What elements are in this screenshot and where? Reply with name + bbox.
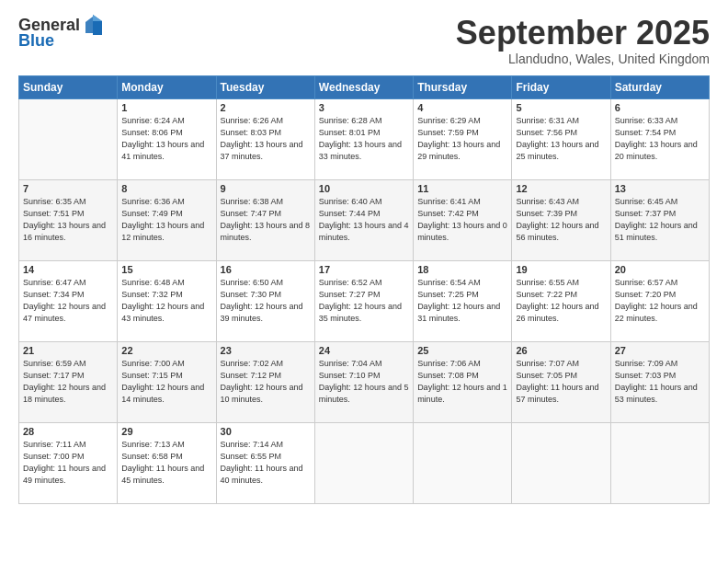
day-number: 19 (516, 264, 606, 275)
location: Llandudno, Wales, United Kingdom (456, 52, 710, 66)
day-info: Sunrise: 6:57 AM Sunset: 7:20 PM Dayligh… (615, 277, 705, 325)
day-number: 8 (121, 183, 211, 194)
day-info: Sunrise: 6:47 AM Sunset: 7:34 PM Dayligh… (23, 277, 113, 325)
col-sunday: Sunday (19, 75, 118, 98)
calendar-week-row: 14Sunrise: 6:47 AM Sunset: 7:34 PM Dayli… (19, 260, 710, 341)
title-section: September 2025 Llandudno, Wales, United … (456, 15, 710, 66)
logo-blue: Blue (18, 31, 54, 51)
table-row: 1Sunrise: 6:24 AM Sunset: 8:06 PM Daylig… (118, 98, 216, 179)
calendar-week-row: 21Sunrise: 6:59 AM Sunset: 7:17 PM Dayli… (19, 341, 710, 422)
table-row: 24Sunrise: 7:04 AM Sunset: 7:10 PM Dayli… (314, 341, 413, 422)
table-row (19, 98, 118, 179)
day-info: Sunrise: 7:13 AM Sunset: 6:58 PM Dayligh… (121, 439, 211, 487)
col-saturday: Saturday (610, 75, 709, 98)
day-info: Sunrise: 6:48 AM Sunset: 7:32 PM Dayligh… (121, 277, 211, 325)
day-info: Sunrise: 6:31 AM Sunset: 7:56 PM Dayligh… (516, 115, 606, 163)
day-number: 3 (319, 102, 409, 113)
table-row: 29Sunrise: 7:13 AM Sunset: 6:58 PM Dayli… (118, 422, 216, 503)
table-row: 15Sunrise: 6:48 AM Sunset: 7:32 PM Dayli… (118, 260, 216, 341)
calendar-week-row: 7Sunrise: 6:35 AM Sunset: 7:51 PM Daylig… (19, 179, 710, 260)
col-thursday: Thursday (414, 75, 512, 98)
day-info: Sunrise: 7:02 AM Sunset: 7:12 PM Dayligh… (221, 358, 311, 406)
table-row (610, 422, 709, 503)
table-row: 14Sunrise: 6:47 AM Sunset: 7:34 PM Dayli… (19, 260, 118, 341)
day-number: 6 (615, 102, 705, 113)
table-row: 27Sunrise: 7:09 AM Sunset: 7:03 PM Dayli… (610, 341, 709, 422)
day-info: Sunrise: 6:41 AM Sunset: 7:42 PM Dayligh… (417, 196, 507, 244)
day-number: 28 (23, 426, 113, 437)
table-row: 12Sunrise: 6:43 AM Sunset: 7:39 PM Dayli… (512, 179, 610, 260)
day-number: 7 (23, 183, 113, 194)
day-number: 18 (417, 264, 507, 275)
day-info: Sunrise: 7:07 AM Sunset: 7:05 PM Dayligh… (516, 358, 606, 406)
day-info: Sunrise: 7:09 AM Sunset: 7:03 PM Dayligh… (615, 358, 705, 406)
table-row: 18Sunrise: 6:54 AM Sunset: 7:25 PM Dayli… (414, 260, 512, 341)
day-number: 23 (221, 345, 311, 356)
day-info: Sunrise: 7:06 AM Sunset: 7:08 PM Dayligh… (417, 358, 507, 406)
day-number: 20 (615, 264, 705, 275)
header: General Blue September 2025 Llandudno, W… (18, 15, 710, 66)
day-number: 10 (319, 183, 409, 194)
day-number: 29 (121, 426, 211, 437)
table-row: 13Sunrise: 6:45 AM Sunset: 7:37 PM Dayli… (610, 179, 709, 260)
day-info: Sunrise: 6:45 AM Sunset: 7:37 PM Dayligh… (615, 196, 705, 244)
calendar-week-row: 1Sunrise: 6:24 AM Sunset: 8:06 PM Daylig… (19, 98, 710, 179)
day-number: 17 (319, 264, 409, 275)
col-wednesday: Wednesday (314, 75, 413, 98)
page: General Blue September 2025 Llandudno, W… (0, 0, 728, 563)
table-row: 23Sunrise: 7:02 AM Sunset: 7:12 PM Dayli… (216, 341, 314, 422)
day-info: Sunrise: 6:33 AM Sunset: 7:54 PM Dayligh… (615, 115, 705, 163)
day-info: Sunrise: 7:11 AM Sunset: 7:00 PM Dayligh… (23, 439, 113, 487)
day-info: Sunrise: 6:55 AM Sunset: 7:22 PM Dayligh… (516, 277, 606, 325)
table-row: 19Sunrise: 6:55 AM Sunset: 7:22 PM Dayli… (512, 260, 610, 341)
day-number: 24 (319, 345, 409, 356)
day-info: Sunrise: 6:43 AM Sunset: 7:39 PM Dayligh… (516, 196, 606, 244)
day-number: 26 (516, 345, 606, 356)
day-number: 2 (221, 102, 311, 113)
day-info: Sunrise: 7:14 AM Sunset: 6:55 PM Dayligh… (221, 439, 311, 487)
table-row: 3Sunrise: 6:28 AM Sunset: 8:01 PM Daylig… (314, 98, 413, 179)
day-info: Sunrise: 6:38 AM Sunset: 7:47 PM Dayligh… (221, 196, 311, 244)
table-row: 16Sunrise: 6:50 AM Sunset: 7:30 PM Dayli… (216, 260, 314, 341)
day-info: Sunrise: 6:52 AM Sunset: 7:27 PM Dayligh… (319, 277, 409, 325)
day-info: Sunrise: 7:00 AM Sunset: 7:15 PM Dayligh… (121, 358, 211, 406)
table-row (414, 422, 512, 503)
table-row: 21Sunrise: 6:59 AM Sunset: 7:17 PM Dayli… (19, 341, 118, 422)
table-row: 20Sunrise: 6:57 AM Sunset: 7:20 PM Dayli… (610, 260, 709, 341)
day-info: Sunrise: 6:26 AM Sunset: 8:03 PM Dayligh… (221, 115, 311, 163)
logo-icon (84, 15, 102, 35)
day-number: 16 (221, 264, 311, 275)
table-row (314, 422, 413, 503)
logo: General Blue (18, 15, 102, 51)
day-info: Sunrise: 6:35 AM Sunset: 7:51 PM Dayligh… (23, 196, 113, 244)
day-info: Sunrise: 6:28 AM Sunset: 8:01 PM Dayligh… (319, 115, 409, 163)
table-row: 11Sunrise: 6:41 AM Sunset: 7:42 PM Dayli… (414, 179, 512, 260)
calendar-week-row: 28Sunrise: 7:11 AM Sunset: 7:00 PM Dayli… (19, 422, 710, 503)
day-info: Sunrise: 7:04 AM Sunset: 7:10 PM Dayligh… (319, 358, 409, 406)
table-row: 6Sunrise: 6:33 AM Sunset: 7:54 PM Daylig… (610, 98, 709, 179)
day-number: 5 (516, 102, 606, 113)
day-number: 15 (121, 264, 211, 275)
table-row: 10Sunrise: 6:40 AM Sunset: 7:44 PM Dayli… (314, 179, 413, 260)
table-row (512, 422, 610, 503)
day-number: 1 (121, 102, 211, 113)
day-info: Sunrise: 6:36 AM Sunset: 7:49 PM Dayligh… (121, 196, 211, 244)
day-number: 14 (23, 264, 113, 275)
table-row: 17Sunrise: 6:52 AM Sunset: 7:27 PM Dayli… (314, 260, 413, 341)
day-number: 13 (615, 183, 705, 194)
table-row: 7Sunrise: 6:35 AM Sunset: 7:51 PM Daylig… (19, 179, 118, 260)
day-number: 27 (615, 345, 705, 356)
day-number: 12 (516, 183, 606, 194)
day-number: 21 (23, 345, 113, 356)
day-number: 9 (221, 183, 311, 194)
day-number: 30 (221, 426, 311, 437)
svg-marker-2 (93, 15, 102, 21)
day-number: 22 (121, 345, 211, 356)
day-number: 25 (417, 345, 507, 356)
day-info: Sunrise: 6:29 AM Sunset: 7:59 PM Dayligh… (417, 115, 507, 163)
table-row: 5Sunrise: 6:31 AM Sunset: 7:56 PM Daylig… (512, 98, 610, 179)
table-row: 25Sunrise: 7:06 AM Sunset: 7:08 PM Dayli… (414, 341, 512, 422)
calendar-table: Sunday Monday Tuesday Wednesday Thursday… (18, 75, 710, 504)
day-number: 4 (417, 102, 507, 113)
day-info: Sunrise: 6:40 AM Sunset: 7:44 PM Dayligh… (319, 196, 409, 244)
